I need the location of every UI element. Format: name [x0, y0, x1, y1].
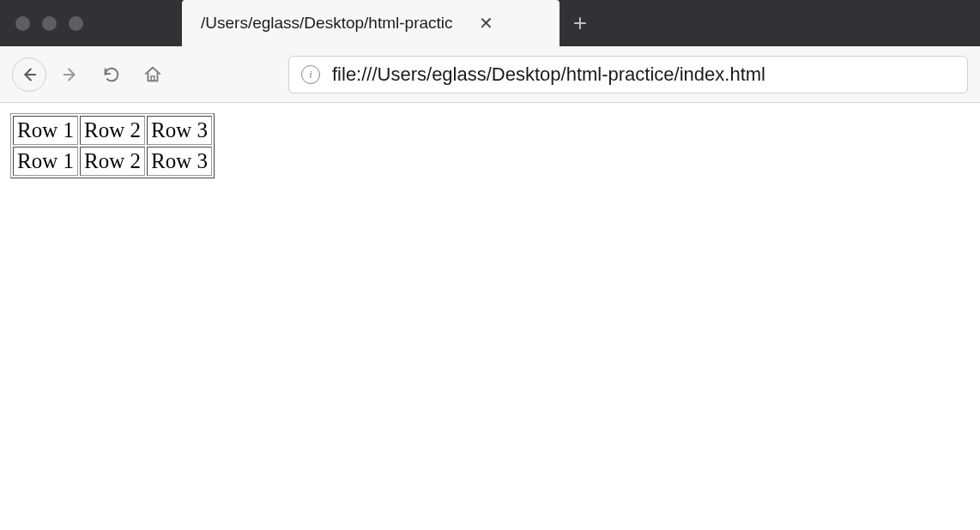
plus-icon: + — [573, 9, 587, 37]
close-tab-icon[interactable]: ✕ — [479, 13, 493, 33]
close-window-button[interactable] — [15, 16, 30, 31]
address-bar[interactable]: i file:///Users/eglass/Desktop/html-prac… — [288, 56, 968, 93]
table-row: Row 1 Row 2 Row 3 — [13, 147, 212, 176]
reload-button[interactable] — [94, 57, 129, 92]
maximize-window-button[interactable] — [69, 16, 83, 31]
table-cell: Row 3 — [147, 116, 212, 145]
arrow-left-icon — [20, 65, 39, 84]
home-icon — [143, 65, 162, 84]
reload-icon — [102, 65, 121, 84]
minimize-window-button[interactable] — [42, 16, 57, 31]
back-button[interactable] — [12, 57, 46, 92]
url-text: file:///Users/eglass/Desktop/html-practi… — [332, 63, 765, 86]
table-row: Row 1 Row 2 Row 3 — [13, 116, 212, 145]
window-titlebar: /Users/eglass/Desktop/html-practic ✕ + — [0, 0, 980, 46]
demo-table: Row 1 Row 2 Row 3 Row 1 Row 2 Row 3 — [10, 113, 215, 178]
page-content: Row 1 Row 2 Row 3 Row 1 Row 2 Row 3 — [0, 103, 980, 189]
arrow-right-icon — [61, 65, 80, 84]
table-cell: Row 2 — [80, 147, 145, 176]
home-button[interactable] — [136, 57, 170, 92]
new-tab-button[interactable]: + — [560, 0, 601, 46]
browser-toolbar: i file:///Users/eglass/Desktop/html-prac… — [0, 46, 980, 103]
browser-tab-active[interactable]: /Users/eglass/Desktop/html-practic ✕ — [182, 0, 560, 46]
forward-button[interactable] — [53, 57, 88, 92]
table-cell: Row 2 — [80, 116, 145, 145]
window-controls — [0, 0, 100, 46]
site-info-icon[interactable]: i — [301, 65, 320, 84]
table-cell: Row 1 — [13, 147, 78, 176]
tab-title: /Users/eglass/Desktop/html-practic — [201, 14, 453, 33]
table-cell: Row 1 — [13, 116, 78, 145]
tab-strip: /Users/eglass/Desktop/html-practic ✕ + — [182, 0, 601, 46]
table-cell: Row 3 — [147, 147, 212, 176]
